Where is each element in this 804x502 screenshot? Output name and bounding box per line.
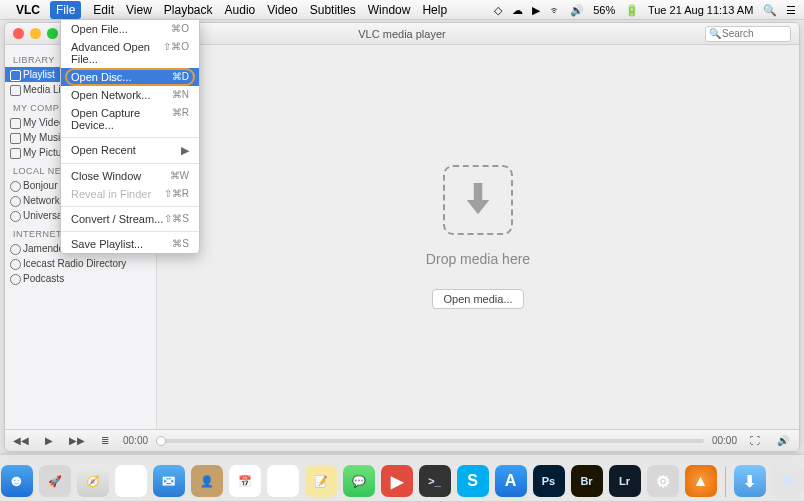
- dock-app-terminal[interactable]: >_: [419, 465, 451, 497]
- prev-button[interactable]: ◀◀: [11, 435, 31, 446]
- sidebar-item-icecast-radio-directory[interactable]: Icecast Radio Directory: [5, 256, 156, 271]
- dropbox-tray-icon[interactable]: ◇: [494, 4, 502, 16]
- dock-app-safari[interactable]: 🧭: [77, 465, 109, 497]
- volume-button[interactable]: 🔊: [773, 435, 793, 446]
- fullscreen-button[interactable]: ⛶: [745, 435, 765, 446]
- menu-item-open-recent[interactable]: Open Recent▶: [61, 141, 199, 160]
- menu-window[interactable]: Window: [368, 3, 411, 17]
- wifi-tray-icon[interactable]: ᯤ: [550, 4, 561, 16]
- menu-item-close-window[interactable]: Close Window⌘W: [61, 167, 199, 185]
- app-name[interactable]: VLC: [16, 3, 40, 17]
- dropzone-label: Drop media here: [426, 251, 530, 267]
- menu-edit[interactable]: Edit: [93, 3, 114, 17]
- menu-subtitles[interactable]: Subtitles: [310, 3, 356, 17]
- dock-app-lightroom[interactable]: Lr: [609, 465, 641, 497]
- dock-app-skype[interactable]: S: [457, 465, 489, 497]
- dock-app-chrome[interactable]: ◉: [115, 465, 147, 497]
- file-menu: Open File...⌘OAdvanced Open File...⇧⌘OOp…: [60, 19, 200, 254]
- clock[interactable]: Tue 21 Aug 11:13 AM: [648, 4, 753, 16]
- playlist-toggle-button[interactable]: ≣: [95, 435, 115, 446]
- player-tray-icon[interactable]: ▶: [532, 4, 540, 16]
- menu-item-convert-stream[interactable]: Convert / Stream...⇧⌘S: [61, 210, 199, 228]
- cloud-tray-icon[interactable]: ☁: [512, 4, 523, 16]
- dropzone[interactable]: [443, 165, 513, 235]
- menu-file[interactable]: File: [50, 1, 81, 19]
- menu-audio[interactable]: Audio: [225, 3, 256, 17]
- menu-help[interactable]: Help: [422, 3, 447, 17]
- dock-app-reminders[interactable]: ☑: [267, 465, 299, 497]
- menu-extras-icon[interactable]: ☰: [786, 4, 796, 16]
- sidebar-item-podcasts[interactable]: Podcasts: [5, 271, 156, 286]
- arrow-down-icon: [461, 180, 495, 220]
- dock-app-vlc[interactable]: ▲: [685, 465, 717, 497]
- dock: ☻🚀🧭◉✉👤📅☑📝💬▶>_SAPsBrLr⚙▲⬇🗑: [0, 454, 804, 502]
- dock-app-appstore[interactable]: A: [495, 465, 527, 497]
- menu-playback[interactable]: Playback: [164, 3, 213, 17]
- dock-app-preferences[interactable]: ⚙: [647, 465, 679, 497]
- system-menubar: VLC FileEditViewPlaybackAudioVideoSubtit…: [0, 0, 804, 20]
- menu-item-open-disc[interactable]: Open Disc...⌘D: [61, 68, 199, 86]
- system-tray: ◇ ☁ ▶ ᯤ 🔊 56% 🔋 Tue 21 Aug 11:13 AM 🔍 ☰: [488, 3, 796, 17]
- menu-item-advanced-open-file[interactable]: Advanced Open File...⇧⌘O: [61, 38, 199, 68]
- next-button[interactable]: ▶▶: [67, 435, 87, 446]
- dock-wrap: ☻🚀🧭◉✉👤📅☑📝💬▶>_SAPsBrLr⚙▲⬇🗑: [0, 454, 804, 502]
- menu-item-reveal-in-finder: Reveal in Finder⇧⌘R: [61, 185, 199, 203]
- dock-app-launchpad[interactable]: 🚀: [39, 465, 71, 497]
- menu-item-save-playlist[interactable]: Save Playlist...⌘S: [61, 235, 199, 253]
- dock-app-trash[interactable]: 🗑: [772, 465, 804, 497]
- dock-app-calendar[interactable]: 📅: [229, 465, 261, 497]
- battery-tray-icon[interactable]: 🔋: [625, 4, 639, 16]
- search-icon: 🔍: [709, 28, 721, 39]
- playback-controls: ◀◀ ▶ ▶▶ ≣ 00:00 00:00 ⛶ 🔊: [5, 429, 799, 451]
- main-panel: Drop media here Open media...: [157, 45, 799, 429]
- menu-video[interactable]: Video: [267, 3, 297, 17]
- open-media-button[interactable]: Open media...: [432, 289, 523, 309]
- menu-item-open-network[interactable]: Open Network...⌘N: [61, 86, 199, 104]
- dock-app-mail[interactable]: ✉: [153, 465, 185, 497]
- dock-app-anydesk[interactable]: ▶: [381, 465, 413, 497]
- dock-app-finder[interactable]: ☻: [1, 465, 33, 497]
- seek-slider[interactable]: [156, 439, 704, 443]
- dock-app-messages[interactable]: 💬: [343, 465, 375, 497]
- menu-item-open-file[interactable]: Open File...⌘O: [61, 20, 199, 38]
- spotlight-icon[interactable]: 🔍: [763, 4, 777, 16]
- play-button[interactable]: ▶: [39, 435, 59, 446]
- time-total: 00:00: [712, 435, 737, 446]
- time-elapsed: 00:00: [123, 435, 148, 446]
- volume-tray-icon[interactable]: 🔊: [570, 4, 584, 16]
- dock-app-notes[interactable]: 📝: [305, 465, 337, 497]
- menu-item-open-capture-device[interactable]: Open Capture Device...⌘R: [61, 104, 199, 134]
- dock-app-contacts[interactable]: 👤: [191, 465, 223, 497]
- menu-view[interactable]: View: [126, 3, 152, 17]
- dock-app-downloads[interactable]: ⬇: [734, 465, 766, 497]
- dock-app-bridge[interactable]: Br: [571, 465, 603, 497]
- dock-app-photoshop[interactable]: Ps: [533, 465, 565, 497]
- battery-percent[interactable]: 56%: [593, 4, 615, 16]
